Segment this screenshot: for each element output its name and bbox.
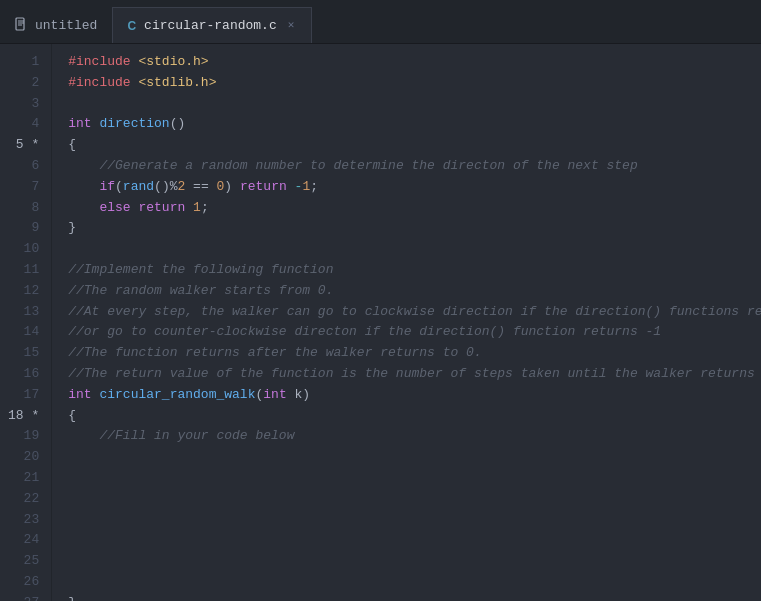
line-num-18: 18 *	[8, 406, 39, 427]
code-line-20	[68, 447, 761, 468]
line-num-10: 10	[8, 239, 39, 260]
line-num-17: 17	[8, 385, 39, 406]
code-line-24	[68, 530, 761, 551]
app-container: untitled C circular-random.c ✕ 1 2 3 4 5…	[0, 0, 761, 601]
line-num-26: 26	[8, 572, 39, 593]
code-line-1: #include <stdio.h>	[68, 52, 761, 73]
line-numbers: 1 2 3 4 5 * 6 7 8 9 10 11 12 13 14 15 16…	[0, 44, 52, 601]
code-line-22	[68, 489, 761, 510]
tab-untitled[interactable]: untitled	[0, 7, 112, 43]
tab-circular-random[interactable]: C circular-random.c ✕	[112, 7, 312, 43]
code-line-18: {	[68, 406, 761, 427]
code-line-5: {	[68, 135, 761, 156]
line-num-27: 27	[8, 593, 39, 601]
line-num-7: 7	[8, 177, 39, 198]
code-line-27: }	[68, 593, 761, 601]
code-line-15: //The function returns after the walker …	[68, 343, 761, 364]
code-content[interactable]: #include <stdio.h> #include <stdlib.h> i…	[52, 44, 761, 601]
line-num-19: 19	[8, 426, 39, 447]
line-num-20: 20	[8, 447, 39, 468]
code-line-10	[68, 239, 761, 260]
line-num-22: 22	[8, 489, 39, 510]
line-num-3: 3	[8, 94, 39, 115]
line-num-13: 13	[8, 302, 39, 323]
code-line-9: }	[68, 218, 761, 239]
code-line-19: //Fill in your code below	[68, 426, 761, 447]
code-line-12: //The random walker starts from 0.	[68, 281, 761, 302]
code-line-17: int circular_random_walk(int k)	[68, 385, 761, 406]
line-num-12: 12	[8, 281, 39, 302]
line-num-11: 11	[8, 260, 39, 281]
line-num-21: 21	[8, 468, 39, 489]
line-num-2: 2	[8, 73, 39, 94]
code-line-23	[68, 510, 761, 531]
code-line-21	[68, 468, 761, 489]
tab-close-icon[interactable]: ✕	[285, 18, 298, 33]
code-line-16: //The return value of the function is th…	[68, 364, 761, 385]
code-line-2: #include <stdlib.h>	[68, 73, 761, 94]
line-num-1: 1	[8, 52, 39, 73]
code-line-7: if(rand()%2 == 0) return -1;	[68, 177, 761, 198]
file-icon	[15, 17, 27, 35]
code-line-6: //Generate a random number to determine …	[68, 156, 761, 177]
line-num-4: 4	[8, 114, 39, 135]
line-num-14: 14	[8, 322, 39, 343]
code-line-14: //or go to counter-clockwise directon if…	[68, 322, 761, 343]
line-num-9: 9	[8, 218, 39, 239]
line-num-25: 25	[8, 551, 39, 572]
code-line-25	[68, 551, 761, 572]
tab-circular-random-label: circular-random.c	[144, 18, 277, 33]
svg-rect-0	[16, 18, 24, 30]
c-file-icon: C	[127, 19, 136, 33]
editor-area: 1 2 3 4 5 * 6 7 8 9 10 11 12 13 14 15 16…	[0, 44, 761, 601]
code-line-8: else return 1;	[68, 198, 761, 219]
code-line-13: //At every step, the walker can go to cl…	[68, 302, 761, 323]
tab-bar: untitled C circular-random.c ✕	[0, 0, 761, 44]
code-line-3	[68, 94, 761, 115]
line-num-6: 6	[8, 156, 39, 177]
line-num-5: 5 *	[8, 135, 39, 156]
line-num-16: 16	[8, 364, 39, 385]
code-line-4: int direction()	[68, 114, 761, 135]
tab-untitled-label: untitled	[35, 18, 97, 33]
code-line-11: //Implement the following function	[68, 260, 761, 281]
line-num-8: 8	[8, 198, 39, 219]
code-line-26	[68, 572, 761, 593]
line-num-24: 24	[8, 530, 39, 551]
line-num-23: 23	[8, 510, 39, 531]
line-num-15: 15	[8, 343, 39, 364]
